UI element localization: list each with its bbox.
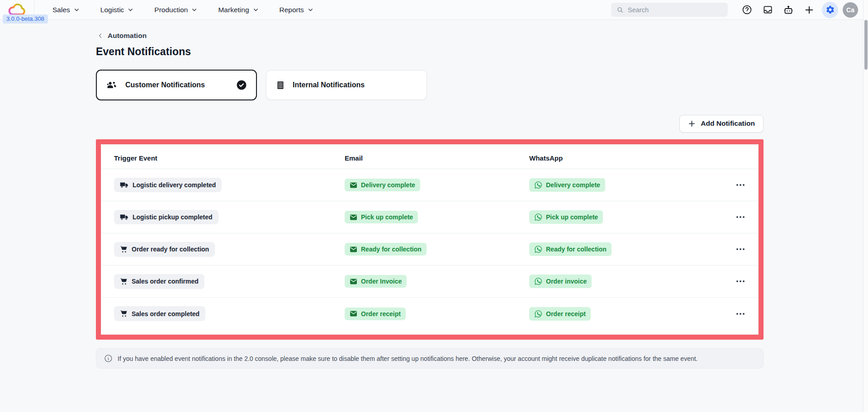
- whatsapp-cell: Delivery complete: [529, 178, 722, 192]
- trigger-event-cell: Logistic delivery completed: [114, 178, 345, 192]
- assistant-robot-button[interactable]: [780, 2, 797, 18]
- column-header-trigger-event: Trigger Event: [114, 154, 345, 162]
- menu-item-marketing[interactable]: Marketing: [211, 2, 266, 18]
- row-actions-button[interactable]: [722, 213, 745, 221]
- breadcrumb[interactable]: Automation: [97, 32, 764, 40]
- email-icon: [350, 310, 357, 317]
- trigger-event-label: Order ready for collection: [132, 246, 209, 253]
- search-input[interactable]: [628, 6, 722, 14]
- ellipsis-icon: [736, 216, 738, 218]
- chevron-down-icon: [74, 7, 80, 13]
- email-cell: Delivery complete: [345, 179, 529, 191]
- ellipsis-icon: [736, 280, 738, 282]
- whatsapp-template-label: Pick up complete: [546, 213, 598, 221]
- tab-label: Customer Notifications: [125, 81, 205, 89]
- whatsapp-template-pill[interactable]: Delivery complete: [529, 178, 605, 192]
- settings-button[interactable]: [822, 2, 838, 18]
- menu-item-label: Sales: [52, 6, 70, 14]
- scrollbar-thumb[interactable]: [864, 20, 868, 70]
- row-actions-button[interactable]: [722, 181, 745, 189]
- ellipsis-icon: [740, 248, 741, 250]
- tab-customer-notifications[interactable]: Customer Notifications: [96, 70, 257, 100]
- email-cell: Pick up complete: [345, 211, 529, 223]
- cart-icon: [120, 310, 128, 317]
- inbox-button[interactable]: [759, 2, 776, 18]
- whatsapp-icon: [534, 245, 542, 253]
- table-row: Sales order completed Order receipt Orde…: [101, 298, 758, 330]
- ellipsis-icon: [743, 184, 745, 186]
- menu-item-production[interactable]: Production: [147, 2, 204, 18]
- search-box[interactable]: [611, 3, 728, 17]
- chevron-down-icon: [253, 7, 259, 13]
- notifications-table: Trigger Event Email WhatsApp Logistic de…: [101, 144, 759, 335]
- whatsapp-template-pill[interactable]: Pick up complete: [529, 210, 603, 224]
- main-menu: Sales Logistic Production Marketing Repo…: [45, 2, 321, 18]
- page-title: Event Notifications: [96, 46, 764, 58]
- email-template-pill[interactable]: Pick up complete: [345, 211, 418, 223]
- trigger-event-cell: Logistic pickup completed: [114, 210, 345, 224]
- ellipsis-icon: [743, 280, 745, 282]
- highlight-border: Trigger Event Email WhatsApp Logistic de…: [96, 139, 764, 340]
- trigger-event-cell: Sales order confirmed: [114, 274, 345, 289]
- row-actions-button[interactable]: [722, 310, 745, 317]
- page-scrollbar[interactable]: [863, 0, 868, 412]
- search-icon: [617, 6, 624, 14]
- info-banner-text: If you have enabled event notifications …: [118, 355, 698, 362]
- check-circle-icon: [236, 80, 247, 90]
- chevron-down-icon: [191, 7, 197, 13]
- row-actions-button[interactable]: [722, 278, 745, 285]
- user-avatar[interactable]: Ca: [843, 2, 858, 18]
- whatsapp-icon: [534, 213, 542, 221]
- whatsapp-template-label: Delivery complete: [546, 181, 600, 189]
- whatsapp-template-pill[interactable]: Ready for collection: [529, 242, 612, 256]
- menu-item-label: Reports: [280, 6, 304, 14]
- chevron-down-icon: [128, 7, 133, 13]
- row-actions-button[interactable]: [722, 246, 745, 253]
- actions-row: Add Notification: [96, 115, 764, 133]
- whatsapp-template-pill[interactable]: Order receipt: [529, 307, 591, 321]
- whatsapp-icon: [534, 310, 542, 318]
- email-template-pill[interactable]: Order Invoice: [345, 275, 407, 288]
- column-header-email: Email: [345, 154, 529, 162]
- email-template-pill[interactable]: Order receipt: [345, 308, 406, 320]
- trigger-event-label: Sales order confirmed: [132, 278, 199, 285]
- trigger-event-label: Logistic delivery completed: [133, 181, 216, 189]
- email-template-pill[interactable]: Ready for collection: [345, 243, 427, 256]
- add-notification-button[interactable]: Add Notification: [679, 115, 764, 133]
- email-icon: [350, 214, 357, 221]
- email-template-label: Pick up complete: [361, 213, 413, 221]
- top-navigation-bar: 3.0.0-beta.308 Sales Logistic Production…: [0, 0, 868, 20]
- help-button[interactable]: [739, 2, 755, 18]
- whatsapp-cell: Order receipt: [529, 307, 722, 321]
- nav-right-controls: Ca: [611, 2, 868, 18]
- email-template-label: Delivery complete: [361, 181, 415, 189]
- email-icon: [350, 246, 357, 253]
- table-header-row: Trigger Event Email WhatsApp: [101, 147, 758, 169]
- notification-type-tabs: Customer Notifications Internal Notifica…: [96, 70, 764, 100]
- tab-internal-notifications[interactable]: Internal Notifications: [266, 70, 427, 100]
- trigger-event-pill: Order ready for collection: [114, 242, 215, 257]
- trigger-event-label: Sales order completed: [132, 310, 199, 317]
- whatsapp-template-pill[interactable]: Order invoice: [529, 275, 592, 288]
- email-icon: [350, 278, 357, 285]
- table-row: Logistic delivery completed Delivery com…: [101, 169, 758, 201]
- email-template-label: Order Invoice: [361, 278, 402, 285]
- table-row: Sales order confirmed Order Invoice Orde…: [101, 265, 758, 298]
- email-template-pill[interactable]: Delivery complete: [345, 179, 420, 191]
- cart-icon: [120, 278, 128, 285]
- menu-item-label: Marketing: [218, 6, 249, 14]
- truck-icon: [120, 213, 128, 221]
- add-new-button[interactable]: [801, 2, 817, 18]
- plus-icon: [688, 120, 696, 128]
- menu-item-sales[interactable]: Sales: [45, 2, 87, 18]
- building-icon: [275, 80, 285, 90]
- menu-item-reports[interactable]: Reports: [272, 2, 321, 18]
- ellipsis-icon: [743, 216, 745, 218]
- main-content: Automation Event Notifications Customer …: [0, 20, 764, 369]
- menu-item-logistic[interactable]: Logistic: [93, 2, 141, 18]
- email-icon: [350, 182, 357, 189]
- ellipsis-icon: [740, 280, 741, 282]
- whatsapp-cell: Order invoice: [529, 275, 722, 288]
- chevron-left-icon: [97, 33, 104, 39]
- whatsapp-cell: Pick up complete: [529, 210, 722, 224]
